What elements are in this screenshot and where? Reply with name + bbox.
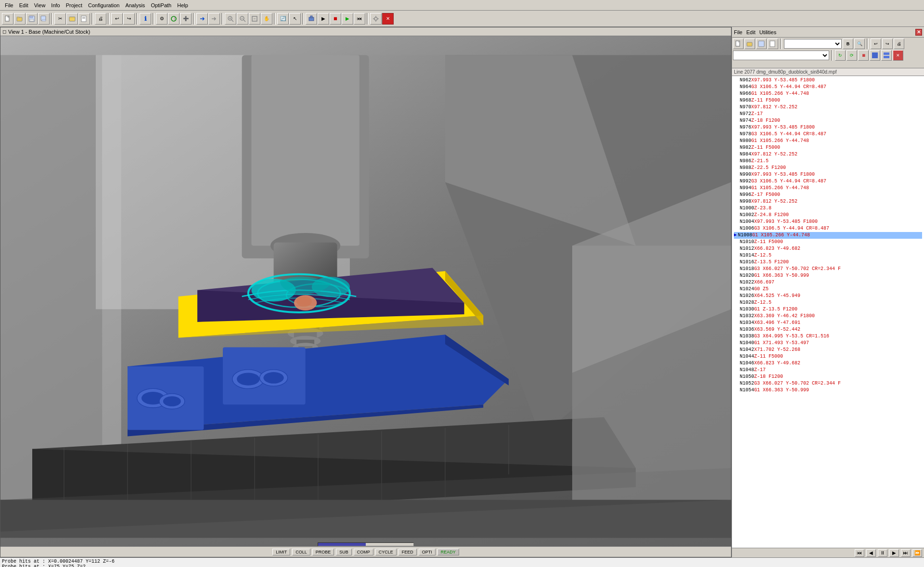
code-line-35[interactable]: N1032 X63.369 Y-46.42 F1800 <box>734 313 922 320</box>
code-line-33[interactable]: N1028 Z-12.5 <box>734 299 922 306</box>
recent-button[interactable] <box>78 13 90 25</box>
cycle-btn[interactable]: CYCLE <box>375 549 397 555</box>
menu-help[interactable]: Help <box>174 1 191 9</box>
rp-nav-fast-btn[interactable]: ⏩ <box>912 549 922 557</box>
toolpath-button[interactable] <box>168 13 180 25</box>
code-line-22[interactable]: N1006 G3 X106.5 Y-44.94 CR=8.487 <box>734 225 922 232</box>
code-line-29[interactable]: N1020 G1 X66.363 Y-50.999 <box>734 272 922 279</box>
code-line-42[interactable]: N1046 X66.823 Y-49.682 <box>734 360 922 367</box>
code-line-30[interactable]: N1022 X66.697 <box>734 279 922 286</box>
code-line-38[interactable]: N1038 G3 X64.995 Y-53.5 CR=1.516 <box>734 333 922 340</box>
rp-save-btn[interactable] <box>756 39 767 49</box>
rp-refresh-btn[interactable]: ↻ <box>835 50 846 61</box>
comp-btn[interactable]: COMP <box>354 549 373 555</box>
code-panel[interactable]: N962 X97.993 Y-53.485 F1800N964 G3 X106.… <box>732 76 924 548</box>
settings2-button[interactable] <box>370 13 382 25</box>
rp-nav-pause-btn[interactable]: ⏸ <box>878 549 887 557</box>
code-line-6[interactable]: N974 Z-18 F1200 <box>734 117 922 124</box>
code-line-16[interactable]: N994 G1 X105.266 Y-44.748 <box>734 185 922 192</box>
code-line-34[interactable]: N1030 G1 Z-13.5 F1200 <box>734 306 922 313</box>
code-line-3[interactable]: N968 Z-11 F5000 <box>734 97 922 104</box>
code-line-9[interactable]: N980 G1 X105.266 Y-44.748 <box>734 138 922 144</box>
feed-btn[interactable]: FEED <box>398 549 417 555</box>
pan-button[interactable]: ✋ <box>261 13 272 25</box>
zoom-out-button[interactable] <box>237 13 248 25</box>
coll-btn[interactable]: COLL <box>292 549 310 555</box>
code-line-25[interactable]: N1012 X66.823 Y-49.682 <box>734 245 922 252</box>
sub-btn[interactable]: SUB <box>336 549 352 555</box>
rp-list-btn[interactable] <box>881 50 892 61</box>
machine-button[interactable] <box>306 13 317 25</box>
rp-close-btn[interactable] <box>768 39 778 49</box>
print-button[interactable]: 🖨 <box>95 13 106 25</box>
code-line-37[interactable]: N1036 X63.569 Y-52.442 <box>734 326 922 333</box>
zoom-fit-button[interactable] <box>249 13 260 25</box>
settings-button[interactable]: ⚙ <box>156 13 167 25</box>
rp-font-select[interactable] <box>784 39 842 49</box>
code-line-43[interactable]: N1048 Z-17 <box>734 367 922 374</box>
code-line-23[interactable]: ►N1008 G1 X105.266 Y-44.748 <box>734 232 922 239</box>
cut-button[interactable]: ✂ <box>54 13 66 25</box>
code-line-2[interactable]: N966 G1 X105.266 Y-44.748 <box>734 90 922 97</box>
open-folder-button[interactable] <box>66 13 78 25</box>
rotate-button[interactable]: 🔄 <box>277 13 289 25</box>
rp-blue-view-btn[interactable] <box>870 50 880 61</box>
rp-nav-prev-btn[interactable]: ◀ <box>866 549 876 557</box>
code-line-39[interactable]: N1040 G1 X71.493 Y-53.497 <box>734 340 922 347</box>
rp-undo-btn[interactable]: ↩ <box>871 39 881 49</box>
rp-nav-next-btn[interactable]: ▶ <box>889 549 899 557</box>
opti-btn[interactable]: OPTI <box>419 549 436 555</box>
rewind-button[interactable]: ⏮ <box>354 13 365 25</box>
menu-analysis[interactable]: Analysis <box>122 1 148 9</box>
menu-edit[interactable]: Edit <box>16 1 31 9</box>
rp-error-btn[interactable]: ✕ <box>893 50 903 61</box>
menu-view[interactable]: View <box>31 1 49 9</box>
rp-menu-file[interactable]: File <box>734 29 743 35</box>
rp-reset-btn[interactable]: ⟳ <box>847 50 857 61</box>
code-line-1[interactable]: N964 G3 X106.5 Y-44.94 CR=8.487 <box>734 84 922 90</box>
rp-nav-end-btn[interactable]: ⏭ <box>901 549 911 557</box>
code-line-21[interactable]: N1004 X97.993 Y-53.485 F1800 <box>734 219 922 225</box>
menu-file[interactable]: File <box>2 1 16 9</box>
viewport-canvas[interactable]: LIMIT COLL PROBE SUB COMP CYCLE FEED OPT… <box>0 36 731 557</box>
code-line-27[interactable]: N1016 Z-13.5 F1200 <box>734 259 922 266</box>
code-line-10[interactable]: N982 Z-11 F5000 <box>734 144 922 151</box>
export-button[interactable] <box>208 13 220 25</box>
rp-bold-btn[interactable]: B <box>843 39 853 49</box>
code-line-13[interactable]: N988 Z-22.5 F1200 <box>734 165 922 171</box>
code-line-36[interactable]: N1034 X63.496 Y-47.691 <box>734 320 922 326</box>
save-button[interactable] <box>26 13 38 25</box>
new-button[interactable] <box>2 13 13 25</box>
code-line-17[interactable]: N996 Z-17 F5000 <box>734 192 922 198</box>
redo-button[interactable]: ↪ <box>123 13 135 25</box>
code-line-11[interactable]: N984 X97.812 Y-52.252 <box>734 151 922 158</box>
code-line-14[interactable]: N990 X97.993 Y-53.485 F1800 <box>734 171 922 178</box>
rp-menu-utilities[interactable]: Utilities <box>759 29 776 35</box>
code-line-4[interactable]: N970 X97.812 Y-52.252 <box>734 104 922 111</box>
save-all-button[interactable] <box>38 13 50 25</box>
code-line-5[interactable]: N972 Z-17 <box>734 111 922 117</box>
code-line-31[interactable]: N1024 G0 Z5 <box>734 286 922 293</box>
rp-nav-start-btn[interactable]: ⏮ <box>855 549 864 557</box>
undo-button[interactable]: ↩ <box>111 13 123 25</box>
rp-file-select[interactable] <box>733 51 829 60</box>
code-line-8[interactable]: N978 G3 X106.5 Y-44.94 CR=8.487 <box>734 131 922 138</box>
code-line-18[interactable]: N998 X97.812 Y-52.252 <box>734 198 922 205</box>
zoom-in-button[interactable] <box>225 13 236 25</box>
limit-btn[interactable]: LIMIT <box>272 549 290 555</box>
stop-button[interactable]: ⏹ <box>330 13 341 25</box>
code-line-41[interactable]: N1044 Z-11 F5000 <box>734 353 922 360</box>
menu-optipath[interactable]: OptiPath <box>148 1 174 9</box>
probe-btn[interactable]: PROBE <box>312 549 334 555</box>
menu-info[interactable]: Info <box>48 1 63 9</box>
code-line-15[interactable]: N992 G3 X106.5 Y-44.94 CR=8.487 <box>734 178 922 185</box>
code-line-7[interactable]: N976 X97.993 Y-53.485 F1800 <box>734 124 922 131</box>
rp-search-btn[interactable]: 🔍 <box>854 39 865 49</box>
code-line-20[interactable]: N1002 Z-24.8 F1200 <box>734 212 922 219</box>
rp-redo-btn[interactable]: ↪ <box>882 39 893 49</box>
close-toolbar-button[interactable]: ✕ <box>382 13 394 25</box>
menu-configuration[interactable]: Configuration <box>85 1 122 9</box>
right-panel-close-button[interactable]: ✕ <box>915 29 922 36</box>
rp-print-btn[interactable]: 🖨 <box>894 39 904 49</box>
simulate-button[interactable]: ▶ <box>318 13 329 25</box>
